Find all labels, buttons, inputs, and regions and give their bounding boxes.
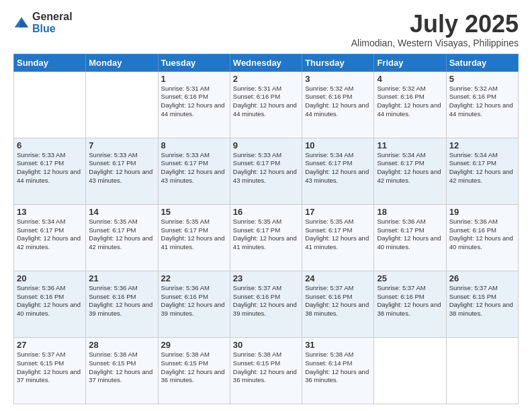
logo-icon [13,15,30,31]
day-info: Sunrise: 5:37 AM Sunset: 6:16 PM Dayligh… [305,284,371,318]
day-info: Sunrise: 5:37 AM Sunset: 6:15 PM Dayligh… [449,284,515,318]
week-row-2: 6Sunrise: 5:33 AM Sunset: 6:17 PM Daylig… [14,138,519,204]
day-info: Sunrise: 5:35 AM Sunset: 6:17 PM Dayligh… [161,218,227,252]
day-cell: 12Sunrise: 5:34 AM Sunset: 6:17 PM Dayli… [446,138,518,204]
day-info: Sunrise: 5:36 AM Sunset: 6:16 PM Dayligh… [161,284,227,318]
day-info: Sunrise: 5:31 AM Sunset: 6:16 PM Dayligh… [233,85,299,119]
week-row-5: 27Sunrise: 5:37 AM Sunset: 6:15 PM Dayli… [14,337,519,404]
day-cell: 13Sunrise: 5:34 AM Sunset: 6:17 PM Dayli… [14,204,86,271]
day-number: 6 [17,140,83,150]
day-number: 3 [305,74,371,84]
day-cell: 23Sunrise: 5:37 AM Sunset: 6:16 PM Dayli… [230,271,302,337]
day-cell: 18Sunrise: 5:36 AM Sunset: 6:17 PM Dayli… [374,204,446,271]
day-number: 8 [161,140,227,150]
header: General Blue July 2025 Alimodian, Wester… [13,11,519,48]
day-info: Sunrise: 5:32 AM Sunset: 6:16 PM Dayligh… [305,85,371,119]
weekday-header-saturday: Saturday [446,54,518,71]
day-cell: 26Sunrise: 5:37 AM Sunset: 6:15 PM Dayli… [446,271,518,337]
weekday-header-monday: Monday [86,54,158,71]
day-info: Sunrise: 5:37 AM Sunset: 6:16 PM Dayligh… [377,284,443,318]
day-number: 20 [17,273,83,283]
title-block: July 2025 Alimodian, Western Visayas, Ph… [351,11,519,48]
day-info: Sunrise: 5:36 AM Sunset: 6:16 PM Dayligh… [449,218,515,252]
day-number: 25 [377,273,443,283]
day-number: 5 [449,74,515,84]
day-number: 24 [305,273,371,283]
day-cell: 7Sunrise: 5:33 AM Sunset: 6:17 PM Daylig… [86,138,158,204]
week-row-4: 20Sunrise: 5:36 AM Sunset: 6:16 PM Dayli… [14,271,519,337]
calendar-table: SundayMondayTuesdayWednesdayThursdayFrid… [13,54,519,404]
day-cell: 1Sunrise: 5:31 AM Sunset: 6:16 PM Daylig… [158,71,230,138]
day-info: Sunrise: 5:33 AM Sunset: 6:17 PM Dayligh… [233,151,299,185]
day-number: 4 [377,74,443,84]
day-cell: 3Sunrise: 5:32 AM Sunset: 6:16 PM Daylig… [302,71,374,138]
day-number: 14 [89,207,154,217]
day-number: 21 [89,273,154,283]
day-cell: 15Sunrise: 5:35 AM Sunset: 6:17 PM Dayli… [158,204,230,271]
day-info: Sunrise: 5:38 AM Sunset: 6:15 PM Dayligh… [233,351,299,385]
day-number: 19 [449,207,515,217]
week-row-1: 1Sunrise: 5:31 AM Sunset: 6:16 PM Daylig… [14,71,519,138]
day-cell: 30Sunrise: 5:38 AM Sunset: 6:15 PM Dayli… [230,337,302,404]
logo-blue: Blue [32,23,73,35]
day-cell: 22Sunrise: 5:36 AM Sunset: 6:16 PM Dayli… [158,271,230,337]
day-info: Sunrise: 5:36 AM Sunset: 6:16 PM Dayligh… [17,284,83,318]
day-cell: 19Sunrise: 5:36 AM Sunset: 6:16 PM Dayli… [446,204,518,271]
day-cell: 29Sunrise: 5:38 AM Sunset: 6:15 PM Dayli… [158,337,230,404]
day-info: Sunrise: 5:33 AM Sunset: 6:17 PM Dayligh… [161,151,227,185]
calendar-title: July 2025 [351,11,519,38]
day-cell: 9Sunrise: 5:33 AM Sunset: 6:17 PM Daylig… [230,138,302,204]
day-number: 28 [89,340,154,350]
day-number: 23 [233,273,299,283]
day-number: 12 [449,140,515,150]
day-cell: 21Sunrise: 5:36 AM Sunset: 6:16 PM Dayli… [86,271,158,337]
day-info: Sunrise: 5:38 AM Sunset: 6:15 PM Dayligh… [161,351,227,385]
day-info: Sunrise: 5:38 AM Sunset: 6:15 PM Dayligh… [89,351,154,385]
day-info: Sunrise: 5:34 AM Sunset: 6:17 PM Dayligh… [449,151,515,185]
day-cell: 6Sunrise: 5:33 AM Sunset: 6:17 PM Daylig… [14,138,86,204]
day-number: 27 [17,340,83,350]
day-cell: 10Sunrise: 5:34 AM Sunset: 6:17 PM Dayli… [302,138,374,204]
day-info: Sunrise: 5:35 AM Sunset: 6:17 PM Dayligh… [233,218,299,252]
day-number: 13 [17,207,83,217]
day-number: 29 [161,340,227,350]
day-cell [14,71,86,138]
day-cell: 16Sunrise: 5:35 AM Sunset: 6:17 PM Dayli… [230,204,302,271]
day-number: 17 [305,207,371,217]
weekday-header-tuesday: Tuesday [158,54,230,71]
day-cell: 27Sunrise: 5:37 AM Sunset: 6:15 PM Dayli… [14,337,86,404]
logo: General Blue [13,11,73,34]
day-cell: 17Sunrise: 5:35 AM Sunset: 6:17 PM Dayli… [302,204,374,271]
day-info: Sunrise: 5:32 AM Sunset: 6:16 PM Dayligh… [449,85,515,119]
logo-text: General Blue [32,11,73,34]
day-number: 30 [233,340,299,350]
day-cell [86,71,158,138]
day-number: 31 [305,340,371,350]
day-number: 9 [233,140,299,150]
day-cell: 31Sunrise: 5:38 AM Sunset: 6:14 PM Dayli… [302,337,374,404]
day-cell: 28Sunrise: 5:38 AM Sunset: 6:15 PM Dayli… [86,337,158,404]
day-number: 18 [377,207,443,217]
calendar-subtitle: Alimodian, Western Visayas, Philippines [351,38,519,48]
day-cell: 11Sunrise: 5:34 AM Sunset: 6:17 PM Dayli… [374,138,446,204]
day-number: 22 [161,273,227,283]
day-info: Sunrise: 5:38 AM Sunset: 6:14 PM Dayligh… [305,351,371,385]
day-cell: 4Sunrise: 5:32 AM Sunset: 6:16 PM Daylig… [374,71,446,138]
week-row-3: 13Sunrise: 5:34 AM Sunset: 6:17 PM Dayli… [14,204,519,271]
day-info: Sunrise: 5:36 AM Sunset: 6:17 PM Dayligh… [377,218,443,252]
day-number: 16 [233,207,299,217]
day-cell [446,337,518,404]
calendar-page: General Blue July 2025 Alimodian, Wester… [0,0,532,411]
day-cell: 5Sunrise: 5:32 AM Sunset: 6:16 PM Daylig… [446,71,518,138]
weekday-header-friday: Friday [374,54,446,71]
day-cell: 24Sunrise: 5:37 AM Sunset: 6:16 PM Dayli… [302,271,374,337]
day-cell: 14Sunrise: 5:35 AM Sunset: 6:17 PM Dayli… [86,204,158,271]
day-info: Sunrise: 5:33 AM Sunset: 6:17 PM Dayligh… [89,151,154,185]
day-cell: 2Sunrise: 5:31 AM Sunset: 6:16 PM Daylig… [230,71,302,138]
day-info: Sunrise: 5:34 AM Sunset: 6:17 PM Dayligh… [17,218,83,252]
day-info: Sunrise: 5:32 AM Sunset: 6:16 PM Dayligh… [377,85,443,119]
day-cell: 25Sunrise: 5:37 AM Sunset: 6:16 PM Dayli… [374,271,446,337]
logo-general: General [32,11,73,23]
day-number: 26 [449,273,515,283]
day-cell [374,337,446,404]
